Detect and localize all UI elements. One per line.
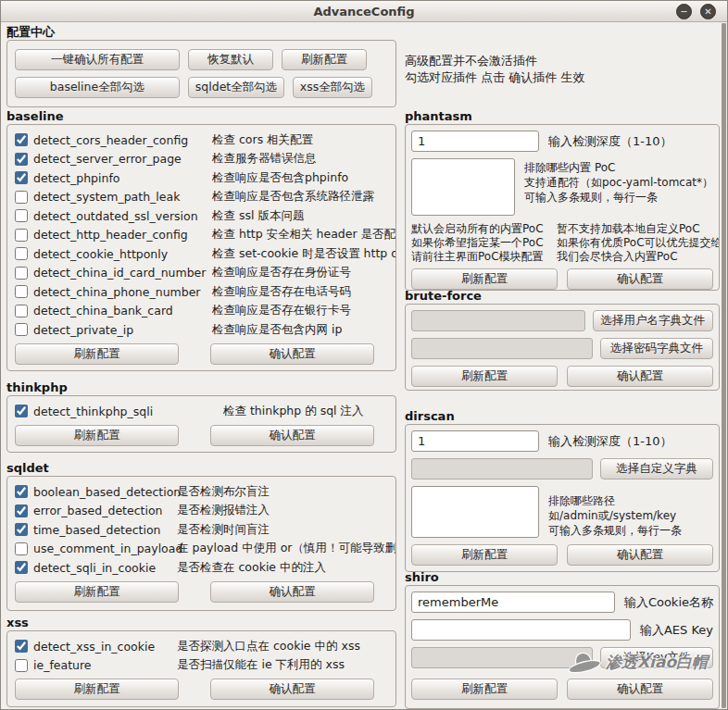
checkbox-row[interactable]: boolean_based_detection 是否检测布尔盲注 xyxy=(15,482,388,502)
item-label: ie_feature xyxy=(33,658,92,672)
sqldet-group: sqldet boolean_based_detection 是否检测布尔盲注 … xyxy=(6,461,396,611)
checkbox-row[interactable]: detect_system_path_leak 检查响应是否包含系统路径泄露 xyxy=(15,188,388,207)
phantasm-action-row: 刷新配置 确认配置 xyxy=(411,268,713,290)
dirscan-exclude-textarea[interactable] xyxy=(411,486,539,538)
item-checkbox[interactable] xyxy=(15,523,28,536)
sqldet-confirm-button[interactable]: 确认配置 xyxy=(210,581,374,603)
item-checkbox[interactable] xyxy=(15,561,28,574)
item-checkbox[interactable] xyxy=(15,229,28,242)
item-checkbox[interactable] xyxy=(15,659,28,672)
shiro-refresh-button[interactable]: 刷新配置 xyxy=(411,679,558,700)
checkbox-row[interactable]: detect_china_bank_card 检查响应是否存在银行卡号 xyxy=(15,302,388,321)
close-button[interactable]: ✕ xyxy=(700,4,716,19)
baseline-refresh-button[interactable]: 刷新配置 xyxy=(15,343,179,365)
shiro-confirm-button[interactable]: 确认配置 xyxy=(567,679,713,700)
shiro-aes-key-input[interactable] xyxy=(411,619,631,641)
bruteforce-refresh-button[interactable]: 刷新配置 xyxy=(411,366,558,387)
xss-frame: detect_xss_in_cookie 是否探测入口点在 cookie 中的 … xyxy=(6,630,396,707)
checkbox-row[interactable]: detect_cors_header_config 检查 cors 相关配置 xyxy=(15,131,388,150)
dirscan-refresh-button[interactable]: 刷新配置 xyxy=(411,544,558,566)
item-checkbox[interactable] xyxy=(15,542,28,555)
dirscan-depth-input[interactable] xyxy=(411,430,539,452)
xss-confirm-button[interactable]: 确认配置 xyxy=(210,679,374,700)
minimize-button[interactable]: − xyxy=(676,4,692,19)
baseline-select-all-button[interactable]: baseline全部勾选 xyxy=(15,77,180,98)
phantasm-group: phantasm 输入检测深度（1-10） 排除哪些内置 PoC 支持通配符（如… xyxy=(405,109,720,291)
item-checkbox[interactable] xyxy=(15,191,28,204)
checkbox-row[interactable]: detect_thinkphp_sqli 检查 thinkphp 的 sql 注… xyxy=(15,402,388,421)
item-checkbox[interactable] xyxy=(15,133,28,146)
checkbox-row[interactable]: detect_http_header_config 检查 http 安全相关 h… xyxy=(15,226,388,245)
thinkphp-refresh-button[interactable]: 刷新配置 xyxy=(15,425,179,446)
scrollbar-thumb[interactable] xyxy=(722,23,726,708)
phantasm-confirm-button[interactable]: 确认配置 xyxy=(567,268,713,290)
sqldet-refresh-button[interactable]: 刷新配置 xyxy=(15,581,179,603)
item-checkbox[interactable] xyxy=(15,209,28,222)
item-desc: 检查 set-cookie 时是否设置 http only xyxy=(212,246,396,262)
checkbox-row[interactable]: detect_xss_in_cookie 是否探测入口点在 cookie 中的 … xyxy=(15,637,388,656)
item-desc: 检查响应是否存在身份证号 xyxy=(212,265,351,280)
checkbox-row[interactable]: time_based_detection 是否检测时间盲注 xyxy=(15,520,388,540)
item-checkbox[interactable] xyxy=(15,267,28,280)
note-line: 如/admin或/system/key xyxy=(548,508,682,523)
bruteforce-username-dict-button[interactable]: 选择用户名字典文件 xyxy=(593,310,714,331)
checkbox-row[interactable]: detect_cookie_httponly 检查 set-cookie 时是否… xyxy=(15,244,388,264)
username-dict-row: 选择用户名字典文件 xyxy=(411,310,713,331)
checkbox-row[interactable]: detect_outdated_ssl_version 检查 ssl 版本问题 xyxy=(15,206,388,226)
note-line: 可输入多条规则，每行一条 xyxy=(524,190,713,205)
item-checkbox[interactable] xyxy=(15,305,28,318)
item-checkbox[interactable] xyxy=(15,171,28,184)
phantasm-refresh-button[interactable]: 刷新配置 xyxy=(411,268,558,290)
shiro-cookie-label: 输入Cookie名称 xyxy=(624,594,713,611)
checkbox-row[interactable]: detect_china_phone_number 检查响应是否存在电话号码 xyxy=(15,282,388,302)
bruteforce-password-path-field xyxy=(411,338,593,359)
phantasm-depth-input[interactable] xyxy=(411,131,539,152)
sqldet-select-all-button[interactable]: sqldet全部勾选 xyxy=(188,77,284,98)
refresh-all-configs-button[interactable]: 刷新配置 xyxy=(282,49,367,70)
checkbox-row[interactable]: detect_china_id_card_number 检查响应是否存在身份证号 xyxy=(15,264,388,283)
checkbox-row[interactable]: detect_phpinfo 检查响应是否包含phpinfo xyxy=(15,168,388,188)
item-checkbox[interactable] xyxy=(15,323,28,336)
restore-defaults-button[interactable]: 恢复默认 xyxy=(188,49,273,70)
dirscan-confirm-button[interactable]: 确认配置 xyxy=(567,544,713,566)
checkbox-row[interactable]: detect_sqli_in_cookie 是否检查在 cookie 中的注入 xyxy=(15,558,388,578)
dirscan-dict-button[interactable]: 选择自定义字典 xyxy=(600,458,713,480)
confirm-all-configs-button[interactable]: 一键确认所有配置 xyxy=(15,49,180,70)
shiro-frame: 输入Cookie名称 输入AES Key 选择Key文件 刷新配置 确认配置 xyxy=(405,585,720,709)
item-checkbox[interactable] xyxy=(15,405,28,417)
item-checkbox[interactable] xyxy=(15,504,28,517)
item-label: detect_phpinfo xyxy=(33,171,119,185)
brute-force-group: brute-force 选择用户名字典文件 选择密码字典文件 刷新配置 确认配置 xyxy=(405,289,720,391)
note-line: 可输入多条规则，每行一条 xyxy=(548,523,682,538)
shiro-aes-label: 输入AES Key xyxy=(640,622,713,639)
checkbox-row[interactable]: error_based_detection 是否检测报错注入 xyxy=(15,502,388,521)
shiro-key-file-button[interactable]: 选择Key文件 xyxy=(600,647,713,668)
item-label: error_based_detection xyxy=(33,504,163,517)
dirscan-action-row: 刷新配置 确认配置 xyxy=(411,544,713,566)
checkbox-row[interactable]: use_comment_in_payload 在 payload 中使用 or（… xyxy=(15,540,388,559)
item-desc: 是否扫描仅能在 ie 下利用的 xss xyxy=(177,657,345,673)
item-label: detect_china_id_card_number xyxy=(33,266,206,280)
bruteforce-confirm-button[interactable]: 确认配置 xyxy=(567,366,713,387)
config-note-line-1: 高级配置并不会激活插件 xyxy=(405,53,584,69)
checkbox-row[interactable]: detect_private_ip 检查响应是否包含内网 ip xyxy=(15,320,388,340)
bruteforce-password-dict-button[interactable]: 选择密码字典文件 xyxy=(600,338,713,359)
item-checkbox[interactable] xyxy=(15,153,28,166)
thinkphp-confirm-button[interactable]: 确认配置 xyxy=(210,425,374,446)
baseline-confirm-button[interactable]: 确认配置 xyxy=(210,343,374,365)
close-icon: ✕ xyxy=(704,7,711,17)
item-desc: 检查响应是否存在电话号码 xyxy=(212,284,351,300)
item-checkbox[interactable] xyxy=(15,485,28,498)
shiro-group: shiro 输入Cookie名称 输入AES Key 选择Key文件 刷新配置 … xyxy=(405,570,720,709)
xss-select-all-button[interactable]: xss全部勾选 xyxy=(293,77,372,98)
item-checkbox[interactable] xyxy=(15,285,28,298)
item-checkbox[interactable] xyxy=(15,247,28,260)
item-label: detect_private_ip xyxy=(33,323,133,337)
shiro-cookie-name-input[interactable] xyxy=(411,592,615,613)
checkbox-row[interactable]: ie_feature 是否扫描仅能在 ie 下利用的 xss xyxy=(15,656,388,676)
item-checkbox[interactable] xyxy=(15,640,28,653)
checkbox-row[interactable]: detect_server_error_page 检查服务器错误信息 xyxy=(15,150,388,169)
phantasm-exclude-textarea[interactable] xyxy=(411,158,515,216)
scrollbar[interactable] xyxy=(722,23,726,708)
xss-refresh-button[interactable]: 刷新配置 xyxy=(15,679,179,700)
